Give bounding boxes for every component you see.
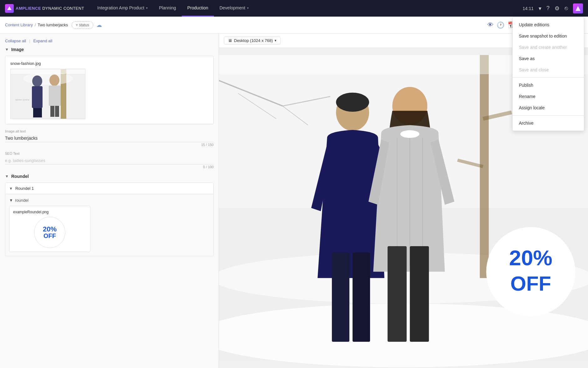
breadcrumb-current-item: Two lumberjacks bbox=[38, 23, 68, 27]
svg-rect-28 bbox=[332, 252, 349, 342]
dropdown-divider-1 bbox=[513, 77, 584, 78]
top-nav: AMPLIENCE DYNAMIC CONTENT Integration Am… bbox=[0, 0, 588, 17]
clock-display: 14:11 bbox=[523, 6, 534, 11]
roundel-badge-preview: 20% OFF bbox=[34, 217, 65, 248]
expand-all-link[interactable]: Expand all bbox=[33, 39, 53, 43]
dropdown-save-close[interactable]: Save and close bbox=[513, 64, 584, 75]
svg-point-4 bbox=[23, 72, 73, 85]
alt-text-label: Image alt text bbox=[5, 129, 214, 133]
seo-text-input[interactable] bbox=[5, 157, 214, 164]
dropdown-archive[interactable]: Archive bbox=[513, 117, 584, 129]
device-selector[interactable]: 🖥 Desktop (1024 x 768) ▾ bbox=[224, 37, 281, 44]
alt-text-field-group: Image alt text 15 / 150 bbox=[5, 129, 214, 147]
roundel-section: ▼ Roundel ▼ Roundel 1 ▼ roundel exampleR… bbox=[5, 174, 214, 256]
nav-tab-planning[interactable]: Planning bbox=[153, 0, 182, 17]
breadcrumb-separator: / bbox=[35, 23, 36, 27]
status-button[interactable]: + status bbox=[72, 21, 93, 29]
chevron-down-icon: ▾ bbox=[146, 6, 148, 10]
image-upload-card: snow-fashion.jpg bbox=[5, 56, 214, 124]
nav-tabs: Integration Amp Product ▾ Planning Produ… bbox=[92, 0, 254, 17]
left-editor-panel: Collapse all | Expand all ▼ Image snow-f… bbox=[0, 34, 219, 368]
main-content: Collapse all | Expand all ▼ Image snow-f… bbox=[0, 34, 588, 368]
dropdown-publish[interactable]: Publish bbox=[513, 80, 584, 91]
main-toolbar: Content Library / Two lumberjacks + stat… bbox=[0, 17, 588, 34]
help-icon[interactable]: ? bbox=[546, 5, 550, 12]
svg-marker-1 bbox=[575, 6, 580, 11]
dropdown-assign-locale[interactable]: Assign locale bbox=[513, 102, 584, 113]
seo-text-label: SEO Text bbox=[5, 152, 214, 155]
brand-logo-area: AMPLIENCE DYNAMIC CONTENT bbox=[5, 4, 84, 13]
roundel-1-content: ▼ roundel exampleRoundel.png 20% OFF bbox=[5, 194, 213, 256]
device-label: Desktop (1024 x 768) bbox=[234, 38, 273, 43]
alt-text-input[interactable] bbox=[5, 134, 214, 142]
seo-text-field-group: SEO Text 0 / 100 bbox=[5, 152, 214, 169]
collapse-bar: Collapse all | Expand all bbox=[5, 39, 214, 43]
preview-eye-icon[interactable]: 👁 bbox=[487, 21, 494, 29]
roundel-section-header[interactable]: ▼ Roundel bbox=[5, 174, 214, 179]
svg-rect-35 bbox=[388, 246, 407, 342]
dropdown-rename[interactable]: Rename bbox=[513, 91, 584, 102]
svg-rect-12 bbox=[55, 106, 59, 117]
dropdown-update-editions[interactable]: Update editions bbox=[513, 19, 584, 30]
svg-rect-36 bbox=[410, 246, 429, 342]
svg-text:OFF: OFF bbox=[510, 272, 551, 295]
breadcrumb-root-link[interactable]: Content Library bbox=[5, 23, 33, 27]
device-chevron-icon: ▾ bbox=[275, 39, 276, 43]
collapse-all-link[interactable]: Collapse all bbox=[5, 39, 26, 43]
breadcrumb: Content Library / Two lumberjacks bbox=[5, 23, 68, 27]
svg-text:20%: 20% bbox=[509, 246, 552, 270]
svg-rect-6 bbox=[32, 86, 43, 108]
svg-rect-29 bbox=[352, 252, 370, 342]
nav-chevron-icon[interactable]: ▾ bbox=[539, 5, 541, 12]
svg-text:winter scene: winter scene bbox=[15, 98, 29, 101]
settings-icon[interactable]: ⚙ bbox=[555, 5, 560, 12]
image-section-chevron-icon: ▼ bbox=[5, 47, 9, 52]
roundel-1-header[interactable]: ▼ Roundel 1 bbox=[5, 183, 213, 194]
svg-point-27 bbox=[336, 93, 369, 112]
collapse-separator: | bbox=[29, 39, 30, 43]
image-section: ▼ Image snow-fashion.jpg bbox=[5, 47, 214, 169]
roundel-badge-line1: 20% bbox=[43, 226, 57, 233]
chevron-down-icon-2: ▾ bbox=[247, 6, 249, 10]
image-preview[interactable]: winter scene bbox=[10, 69, 85, 119]
roundel-section-label: Roundel bbox=[11, 174, 29, 179]
seo-text-counter: 0 / 100 bbox=[5, 165, 214, 169]
dropdown-save-snapshot[interactable]: Save snapshot to edition bbox=[513, 30, 584, 42]
roundel-1-label: Roundel 1 bbox=[15, 186, 34, 191]
dropdown-save-create-another[interactable]: Save and create another bbox=[513, 42, 584, 53]
alt-text-counter: 15 / 150 bbox=[5, 143, 214, 147]
dropdown-divider-2 bbox=[513, 115, 584, 116]
image-section-header[interactable]: ▼ Image bbox=[5, 47, 214, 52]
nav-tab-development[interactable]: Development ▾ bbox=[214, 0, 255, 17]
nav-right: 14:11 ▾ ? ⚙ ⎋ bbox=[523, 3, 588, 13]
history-icon[interactable]: 🕐 bbox=[497, 21, 504, 29]
image-filename: snow-fashion.jpg bbox=[10, 61, 208, 66]
roundel-sub-chevron-icon: ▼ bbox=[9, 198, 13, 203]
logout-icon[interactable]: ⎋ bbox=[565, 5, 568, 12]
amplience-badge bbox=[573, 3, 583, 13]
svg-rect-11 bbox=[50, 106, 54, 117]
roundel-section-chevron-icon: ▼ bbox=[5, 174, 9, 179]
svg-rect-8 bbox=[38, 108, 42, 117]
roundel-sub-header[interactable]: ▼ roundel bbox=[9, 198, 210, 203]
nav-tab-production[interactable]: Production bbox=[182, 0, 214, 17]
brand-name: AMPLIENCE DYNAMIC CONTENT bbox=[16, 6, 84, 11]
roundel-badge-line2: OFF bbox=[43, 233, 56, 239]
svg-point-37 bbox=[486, 227, 575, 316]
cloud-save-icon[interactable]: ☁ bbox=[96, 22, 102, 29]
roundel-filename: exampleRoundel.png bbox=[13, 210, 86, 214]
dropdown-save-as[interactable]: Save as bbox=[513, 53, 584, 64]
roundel-1-container: ▼ Roundel 1 ▼ roundel exampleRoundel.png… bbox=[5, 183, 214, 256]
svg-rect-7 bbox=[33, 108, 38, 117]
roundel-1-chevron-icon: ▼ bbox=[9, 186, 13, 191]
svg-rect-13 bbox=[11, 69, 85, 74]
svg-point-5 bbox=[32, 75, 42, 87]
svg-point-9 bbox=[49, 75, 59, 86]
brand-logo-icon bbox=[5, 4, 14, 13]
image-section-label: Image bbox=[11, 47, 24, 52]
nav-tab-integration[interactable]: Integration Amp Product ▾ bbox=[92, 0, 153, 17]
desktop-icon: 🖥 bbox=[228, 38, 232, 43]
svg-rect-10 bbox=[49, 86, 61, 106]
roundel-image-card: exampleRoundel.png 20% OFF bbox=[9, 206, 90, 252]
roundel-sub-label: roundel bbox=[15, 198, 28, 203]
